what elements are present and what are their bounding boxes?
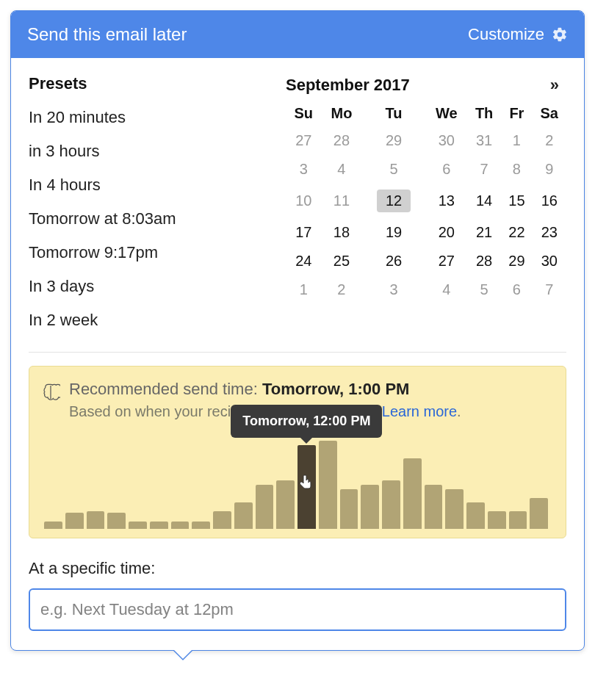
panel-body: Presets In 20 minutesin 3 hoursIn 4 hour… [11, 58, 584, 650]
calendar-day[interactable]: 29 [501, 247, 532, 275]
recommendation-box: Recommended send time: Tomorrow, 1:00 PM… [29, 366, 566, 538]
calendar-day[interactable]: 9 [533, 155, 567, 184]
calendar-day[interactable]: 25 [322, 247, 362, 275]
calendar-dayname: Fr [501, 101, 532, 126]
calendar-dayname: Sa [533, 101, 567, 126]
chart-bar[interactable] [256, 485, 274, 529]
calendar-dayname: Su [286, 101, 322, 126]
calendar-day[interactable]: 22 [501, 218, 532, 247]
send-later-panel: Send this email later Customize Presets … [10, 10, 585, 651]
presets-column: Presets In 20 minutesin 3 hoursIn 4 hour… [29, 74, 278, 337]
calendar-day[interactable]: 3 [286, 155, 322, 184]
calendar-day[interactable]: 2 [533, 126, 567, 155]
calendar-day[interactable]: 4 [426, 275, 467, 304]
calendar-day[interactable]: 6 [501, 275, 532, 304]
chart-bar[interactable] [425, 485, 443, 529]
chart-bar[interactable] [382, 480, 400, 529]
calendar-day[interactable]: 16 [533, 184, 567, 218]
chart-bar[interactable] [488, 511, 506, 529]
brain-icon [41, 383, 60, 402]
calendar-day[interactable]: 31 [467, 126, 501, 155]
calendar-day[interactable]: 27 [426, 247, 467, 275]
chart-bar[interactable] [192, 522, 210, 529]
calendar-day[interactable]: 1 [501, 126, 532, 155]
calendar-day[interactable]: 24 [286, 247, 322, 275]
cursor-icon [298, 474, 315, 491]
calendar-day[interactable]: 8 [501, 155, 532, 184]
calendar-dayname: Tu [361, 101, 425, 126]
chart-bar[interactable] [87, 511, 105, 529]
calendar-day[interactable]: 23 [533, 218, 567, 247]
chart-bar[interactable] [466, 502, 485, 529]
top-row: Presets In 20 minutesin 3 hoursIn 4 hour… [29, 74, 566, 337]
learn-more-link[interactable]: Learn more [382, 403, 457, 419]
calendar-day[interactable]: 27 [286, 126, 322, 155]
calendar-day[interactable]: 18 [322, 218, 362, 247]
chart-bar[interactable] [319, 441, 337, 529]
preset-item[interactable]: Tomorrow at 8:03am [29, 202, 278, 236]
calendar-day[interactable]: 19 [361, 218, 425, 247]
calendar-day[interactable]: 15 [501, 184, 532, 218]
calendar-day[interactable]: 14 [467, 184, 501, 218]
calendar-dayname: Mo [322, 101, 362, 126]
chart-bar[interactable] [530, 498, 548, 529]
calendar-day[interactable]: 30 [533, 247, 567, 275]
calendar-day[interactable]: 4 [322, 155, 362, 184]
calendar-day[interactable]: 26 [361, 247, 425, 275]
header-right: Customize [468, 25, 568, 44]
calendar-day[interactable]: 20 [426, 218, 467, 247]
chart-bar[interactable] [361, 485, 379, 529]
preset-item[interactable]: in 3 hours [29, 134, 278, 168]
specific-time-section: At a specific time: [29, 559, 566, 631]
calendar-day[interactable]: 7 [467, 155, 501, 184]
calendar-day[interactable]: 2 [322, 275, 362, 304]
reco-sub-after: . [457, 403, 461, 419]
calendar-table: SuMoTuWeThFrSa 2728293031123456789101112… [286, 101, 566, 304]
customize-link[interactable]: Customize [468, 25, 544, 44]
preset-item[interactable]: Tomorrow 9:17pm [29, 236, 278, 270]
chart-bar[interactable] [107, 513, 126, 529]
chart-bar[interactable] [65, 513, 84, 529]
calendar-column: September 2017 » SuMoTuWeThFrSa 27282930… [286, 74, 566, 337]
calendar-day[interactable]: 1 [286, 275, 322, 304]
chart-bar[interactable] [403, 458, 422, 529]
calendar-day[interactable]: 7 [533, 275, 567, 304]
calendar-day[interactable]: 12 [361, 184, 425, 218]
chart-bar[interactable] [171, 522, 190, 529]
calendar-day[interactable]: 5 [361, 155, 425, 184]
calendar-day[interactable]: 13 [426, 184, 467, 218]
calendar-month-label: September 2017 [286, 76, 410, 95]
calendar-day[interactable]: 28 [322, 126, 362, 155]
preset-item[interactable]: In 20 minutes [29, 101, 278, 134]
recommendation-text: Recommended send time: Tomorrow, 1:00 PM… [69, 380, 461, 420]
calendar-day[interactable]: 21 [467, 218, 501, 247]
calendar-header: September 2017 » [286, 74, 566, 96]
panel-pointer [173, 650, 193, 660]
calendar-dayname: We [426, 101, 467, 126]
chart-bar[interactable] [276, 480, 295, 529]
calendar-day[interactable]: 10 [286, 184, 322, 218]
chart-bar[interactable] [509, 511, 527, 529]
chart-bar[interactable] [234, 502, 253, 529]
chart-bar[interactable] [150, 522, 168, 529]
chart-bar[interactable] [213, 511, 231, 529]
calendar-day[interactable]: 6 [426, 155, 467, 184]
specific-time-input[interactable] [29, 588, 566, 631]
calendar-day[interactable]: 30 [426, 126, 467, 155]
gear-icon[interactable] [552, 26, 568, 43]
preset-item[interactable]: In 4 hours [29, 168, 278, 202]
chart-bar[interactable] [340, 489, 358, 529]
calendar-day[interactable]: 11 [322, 184, 362, 218]
calendar-day[interactable]: 3 [361, 275, 425, 304]
calendar-day[interactable]: 29 [361, 126, 425, 155]
calendar-day[interactable]: 17 [286, 218, 322, 247]
preset-item[interactable]: In 3 days [29, 270, 278, 303]
calendar-next-button[interactable]: » [543, 74, 566, 96]
chart-bar[interactable] [445, 489, 464, 529]
calendar-day[interactable]: 5 [467, 275, 501, 304]
chart-bar[interactable] [129, 522, 147, 529]
chart-bar[interactable] [44, 522, 62, 529]
preset-item[interactable]: In 2 week [29, 303, 278, 337]
calendar-day[interactable]: 28 [467, 247, 501, 275]
specific-time-label: At a specific time: [29, 559, 566, 578]
